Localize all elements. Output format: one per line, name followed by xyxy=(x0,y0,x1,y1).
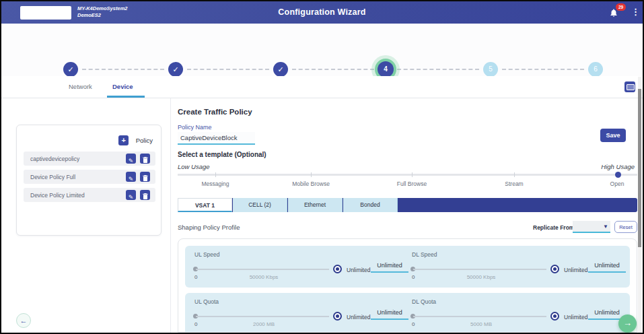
dl-quota-label: DL Quota xyxy=(412,298,436,305)
policy-list-item[interactable]: captivedevicepolicy ✎ xyxy=(24,152,155,166)
step-access-networks-circle[interactable]: ✓ xyxy=(168,62,183,77)
back-button[interactable]: ← xyxy=(16,313,31,328)
slider-tick xyxy=(412,172,413,177)
dl-speed-unlimited-label: Unlimited xyxy=(564,267,587,273)
template-slider-handle[interactable] xyxy=(615,172,621,178)
template-option-mobile-browse[interactable]: Mobile Browse xyxy=(292,180,330,187)
app-header: MY-K4DemoSystem2 DemoES2 Configuration W… xyxy=(1,1,643,24)
dl-quota-min: 0 xyxy=(412,321,415,327)
step-wan-profiles-circle[interactable]: ✓ xyxy=(273,62,288,77)
shaping-profile-container: UL Speed 0 50000 Kbps Unlimited Unlimite… xyxy=(178,238,637,333)
ul-speed-max: 50000 Kbps xyxy=(223,274,304,280)
trash-icon xyxy=(143,193,148,199)
step-interfaces-circle[interactable]: ✓ xyxy=(63,62,78,77)
next-button[interactable]: → xyxy=(618,314,637,333)
ul-speed-slider-track[interactable] xyxy=(196,269,329,270)
dl-quota-unlimited-radio[interactable] xyxy=(550,312,559,321)
reset-button[interactable]: Reset xyxy=(614,221,637,233)
ul-speed-value-field[interactable]: Unlimited xyxy=(371,262,408,273)
dl-speed-section: DL Speed 0 50000 Kbps Unlimited Unlimite… xyxy=(410,246,626,288)
active-tab-underline xyxy=(107,96,145,98)
low-usage-label: Low Usage xyxy=(178,163,210,170)
dl-quota-section: DL Quota 0 5000 MB Unlimited Unlimited xyxy=(410,293,626,333)
step-connector xyxy=(187,69,269,70)
dl-speed-value-field[interactable]: Unlimited xyxy=(588,262,626,273)
replicate-from-label: Replicate From: xyxy=(533,224,576,231)
template-option-messaging[interactable]: Messaging xyxy=(201,180,229,187)
wan-tab-ethernet[interactable]: Ethernet xyxy=(288,198,343,212)
ul-quota-label: UL Quota xyxy=(194,298,219,305)
quota-card: UL Quota 0 2000 MB Unlimited Unlimited D… xyxy=(185,293,630,333)
dl-quota-unlimited-label: Unlimited xyxy=(564,314,587,321)
view-tab-bar: Network Device xyxy=(1,76,643,98)
policy-name: Device Policy Limited xyxy=(30,192,85,199)
configuration-wizard-window: MY-K4DemoSystem2 DemoES2 Configuration W… xyxy=(0,0,644,334)
ul-quota-unlimited-radio[interactable] xyxy=(333,312,342,321)
edit-icon: ✎ xyxy=(129,158,134,164)
step-connector xyxy=(397,69,479,70)
dl-speed-slider-track[interactable] xyxy=(413,269,546,270)
ul-quota-unlimited-label: Unlimited xyxy=(347,314,370,321)
add-policy-button[interactable]: + Policy xyxy=(118,134,153,145)
step-firewall-circle[interactable]: 5 xyxy=(483,62,498,77)
ul-quota-value-field[interactable]: Unlimited xyxy=(371,309,408,320)
template-option-stream[interactable]: Stream xyxy=(505,180,523,187)
step-connector xyxy=(502,69,584,70)
policy-list-item[interactable]: Device Policy Limited ✎ xyxy=(24,188,155,202)
dl-speed-label: DL Speed xyxy=(412,251,437,258)
template-section-label: Select a template (Optional) xyxy=(178,151,266,158)
delete-policy-button[interactable] xyxy=(140,190,150,200)
step-traffic-policies-circle[interactable]: 4 xyxy=(378,61,394,77)
tab-network[interactable]: Network xyxy=(69,83,92,90)
speed-card: UL Speed 0 50000 Kbps Unlimited Unlimite… xyxy=(185,246,630,288)
dl-speed-unlimited-radio[interactable] xyxy=(550,265,559,273)
edit-icon: ✎ xyxy=(129,176,134,182)
scrollbar[interactable] xyxy=(638,77,641,333)
slider-tick xyxy=(311,172,312,177)
template-option-open[interactable]: Open xyxy=(610,180,624,187)
policy-name-input[interactable] xyxy=(178,132,255,145)
window-icon[interactable] xyxy=(624,81,635,92)
overflow-menu-button[interactable]: ⋮ xyxy=(631,6,640,18)
ul-speed-label: UL Speed xyxy=(194,251,220,258)
delete-policy-button[interactable] xyxy=(140,154,150,164)
tab-device[interactable]: Device xyxy=(112,83,133,90)
slider-tick xyxy=(514,172,515,177)
scrollbar-thumb[interactable] xyxy=(638,89,641,247)
panel-divider xyxy=(170,98,171,333)
template-option-full-browse[interactable]: Full Browse xyxy=(397,180,427,187)
template-slider-track[interactable] xyxy=(178,174,637,176)
wizard-stepper: ✓ ✓ ✓ 4 5 6 Interfaces Access Networks W… xyxy=(1,24,643,76)
edit-policy-button[interactable]: ✎ xyxy=(126,172,136,182)
ul-quota-section: UL Quota 0 2000 MB Unlimited Unlimited xyxy=(193,293,408,333)
edit-policy-button[interactable]: ✎ xyxy=(126,190,136,200)
ul-speed-unlimited-radio[interactable] xyxy=(333,265,342,273)
ul-quota-slider-track[interactable] xyxy=(196,316,329,317)
policy-name-label: Policy Name xyxy=(178,124,212,131)
create-traffic-policy-title: Create Traffic Policy xyxy=(178,108,252,116)
trash-icon xyxy=(143,175,148,181)
plus-icon: + xyxy=(118,135,129,145)
check-icon: ✓ xyxy=(67,65,73,73)
add-policy-label: Policy xyxy=(136,137,153,144)
dl-quota-slider-track[interactable] xyxy=(413,316,546,317)
delete-policy-button[interactable] xyxy=(140,172,150,182)
save-button[interactable]: Save xyxy=(600,129,626,142)
replicate-from-select[interactable]: ▼ xyxy=(573,221,610,233)
wan-tab-vsat1[interactable]: VSAT 1 xyxy=(178,198,232,212)
wan-tab-bonded[interactable]: Bonded xyxy=(343,198,398,212)
ul-speed-unlimited-label: Unlimited xyxy=(347,267,370,273)
dl-speed-max: 50000 Kbps xyxy=(441,274,522,280)
step-general-settings-circle[interactable]: 6 xyxy=(588,62,603,77)
edit-policy-button[interactable]: ✎ xyxy=(126,154,136,164)
policy-name: Device Policy Full xyxy=(30,174,75,180)
ul-speed-min: 0 xyxy=(194,274,197,280)
notification-count-badge: 29 xyxy=(616,3,626,11)
chevron-down-icon: ▼ xyxy=(603,224,608,230)
policy-list-item[interactable]: Device Policy Full ✎ xyxy=(24,170,155,184)
dl-quota-max: 5000 MB xyxy=(441,321,522,327)
policy-name: captivedevicepolicy xyxy=(30,156,79,162)
page-title: Configuration Wizard xyxy=(1,7,643,17)
check-icon: ✓ xyxy=(172,65,178,73)
wan-tab-cell[interactable]: CELL (2) xyxy=(233,198,287,212)
